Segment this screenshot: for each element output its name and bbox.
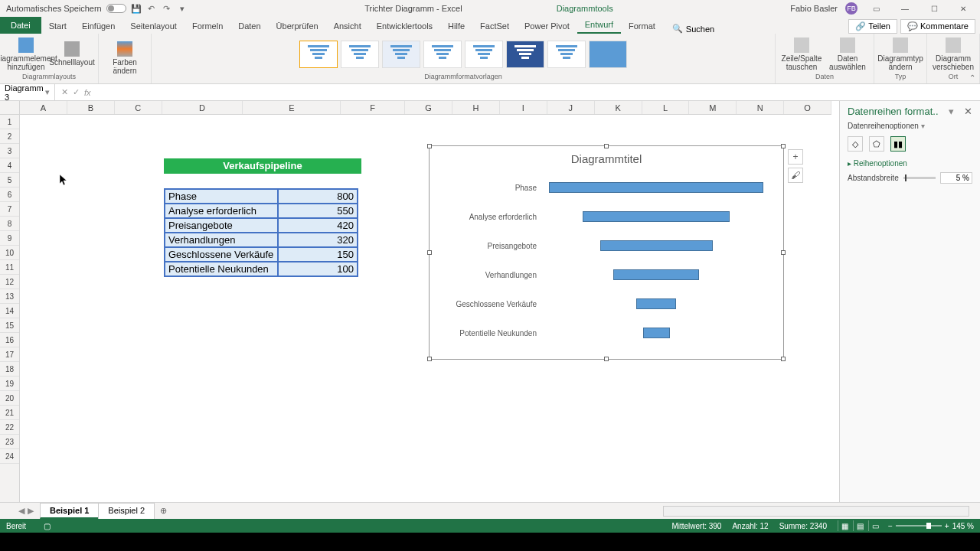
row-header-15[interactable]: 15 [0, 318, 19, 333]
change-chart-type-button[interactable]: Diagrammtyp ändern [879, 37, 922, 71]
chart-style-5[interactable] [465, 41, 503, 68]
row-header-6[interactable]: 6 [0, 187, 19, 202]
comments-button[interactable]: 💬 Kommentare [900, 19, 975, 34]
row-header-22[interactable]: 22 [0, 420, 19, 435]
col-header-D[interactable]: D [162, 101, 243, 114]
sheet-next-icon[interactable]: ▶ [28, 506, 34, 516]
table-label-cell[interactable]: Phase [165, 189, 278, 204]
row-header-2[interactable]: 2 [0, 129, 19, 144]
page-break-view-button[interactable]: ▭ [868, 520, 882, 531]
user-name[interactable]: Fabio Basler [790, 4, 838, 13]
search-icon[interactable]: 🔍 [672, 24, 683, 34]
table-value-cell[interactable]: 320 [278, 233, 358, 247]
chart-plot-area[interactable]: PhaseAnalyse erforderlichPreisangeboteVe… [430, 165, 783, 355]
chart-style-2[interactable] [341, 41, 379, 68]
page-layout-view-button[interactable]: ▤ [853, 520, 867, 531]
table-label-cell[interactable]: Verhandlungen [165, 233, 278, 247]
search-label[interactable]: Suchen [686, 24, 714, 34]
sheet-prev-icon[interactable]: ◀ [18, 506, 24, 516]
autosave-toggle[interactable] [106, 4, 126, 13]
funnel-bar[interactable] [643, 328, 670, 338]
row-header-12[interactable]: 12 [0, 275, 19, 289]
col-header-B[interactable]: B [67, 101, 115, 114]
row-headers[interactable]: 123456789101112131415161718192021222324 [0, 115, 20, 502]
funnel-bar[interactable] [600, 240, 713, 251]
table-value-cell[interactable]: 100 [278, 262, 358, 276]
chart-style-8[interactable] [589, 41, 627, 68]
zoom-level[interactable]: 145 % [952, 522, 974, 530]
collapse-ribbon-icon[interactable]: ⌃ [969, 73, 975, 82]
col-header-M[interactable]: M [689, 101, 737, 114]
worksheet-area[interactable]: Verkaufspipeline Phase800Analyse erforde… [20, 115, 831, 502]
chart-style-3[interactable] [382, 41, 420, 68]
effects-icon[interactable]: ⬠ [869, 136, 884, 152]
row-header-17[interactable]: 17 [0, 347, 19, 362]
row-header-1[interactable]: 1 [0, 115, 19, 129]
ribbon-tab-ansicht[interactable]: Ansicht [326, 18, 369, 34]
ribbon-tab-entwurf[interactable]: Entwurf [577, 17, 621, 34]
move-chart-button[interactable]: Diagramm verschieben [932, 37, 975, 71]
table-value-cell[interactable]: 420 [278, 218, 358, 233]
row-header-10[interactable]: 10 [0, 246, 19, 260]
funnel-bar[interactable] [636, 298, 677, 309]
accept-formula-icon[interactable]: ✓ [73, 87, 80, 97]
zoom-out-button[interactable]: − [888, 522, 893, 530]
share-button[interactable]: 🔗 Teilen [848, 19, 897, 34]
chart-object[interactable]: Diagrammtitel PhaseAnalyse erforderlichP… [429, 145, 784, 360]
fill-line-icon[interactable]: ◇ [848, 136, 863, 152]
file-tab[interactable]: Datei [0, 17, 41, 34]
quick-layout-button[interactable]: Schnelllayout [51, 41, 93, 67]
close-button[interactable]: ✕ [952, 1, 974, 16]
column-headers[interactable]: ABCDEFGHIJKLMNO [20, 101, 831, 115]
cancel-formula-icon[interactable]: ✕ [61, 87, 68, 97]
table-label-cell[interactable]: Analyse erforderlich [165, 204, 278, 218]
ribbon-tab-überprüfen[interactable]: Überprüfen [269, 18, 326, 34]
undo-icon[interactable]: ↶ [146, 3, 157, 14]
chart-style-1[interactable] [299, 41, 338, 68]
chart-style-7[interactable] [547, 41, 586, 68]
row-header-3[interactable]: 3 [0, 144, 19, 158]
ribbon-tab-start[interactable]: Start [41, 18, 74, 34]
redo-icon[interactable]: ↷ [162, 3, 172, 14]
col-header-O[interactable]: O [784, 101, 831, 114]
col-header-N[interactable]: N [737, 101, 784, 114]
chart-elements-button[interactable]: + [788, 149, 803, 165]
zoom-in-button[interactable]: + [945, 522, 949, 530]
col-header-F[interactable]: F [341, 101, 405, 114]
normal-view-button[interactable]: ▦ [838, 520, 851, 531]
macro-record-icon[interactable]: ▢ [44, 522, 51, 530]
col-header-C[interactable]: C [115, 101, 162, 114]
row-header-16[interactable]: 16 [0, 333, 19, 347]
pane-subtitle[interactable]: Datenreihenoptionen [848, 122, 919, 130]
gap-width-input[interactable] [940, 172, 972, 184]
row-header-18[interactable]: 18 [0, 362, 19, 377]
row-header-23[interactable]: 23 [0, 435, 19, 449]
ribbon-tab-entwicklertools[interactable]: Entwicklertools [369, 18, 440, 34]
row-header-13[interactable]: 13 [0, 289, 19, 304]
ribbon-tab-factset[interactable]: FactSet [472, 18, 517, 34]
ribbon-tab-format[interactable]: Format [621, 18, 663, 34]
col-header-J[interactable]: J [547, 101, 595, 114]
row-header-8[interactable]: 8 [0, 217, 19, 231]
funnel-bar[interactable] [613, 269, 699, 280]
row-header-5[interactable]: 5 [0, 173, 19, 187]
series-options-section[interactable]: Reihenoptionen [854, 159, 907, 168]
col-header-E[interactable]: E [243, 101, 341, 114]
select-data-button[interactable]: Daten auswählen [826, 37, 869, 71]
table-label-cell[interactable]: Geschlossene Verkäufe [165, 247, 278, 262]
save-icon[interactable]: 💾 [131, 3, 142, 14]
row-header-14[interactable]: 14 [0, 304, 19, 318]
col-header-G[interactable]: G [405, 101, 452, 114]
fx-icon[interactable]: fx [84, 88, 91, 97]
funnel-bar[interactable] [549, 182, 763, 193]
maximize-button[interactable]: ☐ [923, 1, 945, 16]
row-header-21[interactable]: 21 [0, 406, 19, 420]
row-header-20[interactable]: 20 [0, 391, 19, 406]
select-all-corner[interactable] [0, 101, 20, 115]
qat-dropdown-icon[interactable]: ▾ [177, 3, 188, 14]
col-header-H[interactable]: H [452, 101, 500, 114]
minimize-button[interactable]: — [894, 1, 916, 16]
sheet-tab[interactable]: Beispiel 1 [40, 503, 99, 519]
name-box[interactable]: Diagramm 3 ▾ [0, 84, 55, 100]
row-header-11[interactable]: 11 [0, 260, 19, 275]
